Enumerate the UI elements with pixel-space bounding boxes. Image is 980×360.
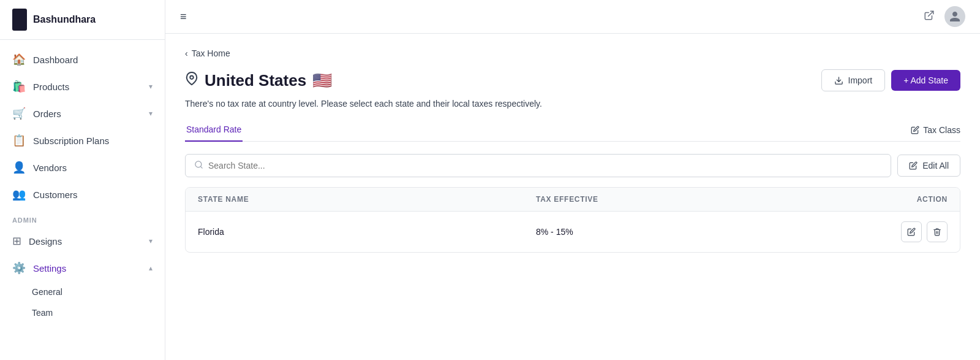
sidebar-item-label: Products — [33, 82, 69, 92]
chevron-down-icon: ▾ — [149, 237, 153, 245]
sidebar-item-label: Settings — [33, 263, 66, 274]
back-link-label: Tax Home — [192, 48, 230, 58]
import-button-label: Import — [848, 75, 873, 85]
sidebar-subitem-general[interactable]: General — [0, 281, 165, 302]
sidebar-item-label: Customers — [33, 190, 78, 200]
customers-icon: 👥 — [12, 188, 26, 201]
svg-line-4 — [200, 166, 202, 168]
notice-text: There's no tax rate at country level. Pl… — [185, 99, 960, 109]
orders-icon: 🛒 — [12, 107, 26, 120]
add-state-button[interactable]: + Add State — [891, 70, 960, 91]
edit-all-button-label: Edit All — [922, 161, 949, 170]
sidebar-item-orders[interactable]: 🛒 Orders ▾ — [0, 100, 165, 127]
country-name: United States — [205, 71, 306, 90]
add-state-button-label: + Add State — [903, 75, 948, 85]
th-state-name: STATE NAME — [186, 188, 524, 211]
external-link-icon[interactable] — [924, 10, 935, 24]
sidebar-item-label: Designs — [29, 236, 62, 247]
tax-class-label: Tax Class — [923, 125, 960, 135]
tab-label: Standard Rate — [186, 124, 241, 134]
settings-icon: ⚙️ — [12, 261, 26, 275]
sidebar-item-customers[interactable]: 👥 Customers — [0, 181, 165, 208]
sub-item-label: General — [32, 287, 62, 297]
chevron-down-icon: ▾ — [149, 82, 153, 91]
flag-icon: 🇺🇸 — [312, 71, 332, 90]
search-input[interactable] — [208, 161, 882, 170]
th-action: ACTION — [862, 188, 960, 211]
header-actions: Import + Add State — [821, 69, 960, 91]
delete-row-button[interactable] — [927, 221, 948, 242]
dashboard-icon: 🏠 — [12, 53, 26, 66]
tab-standard-rate[interactable]: Standard Rate — [185, 118, 243, 142]
svg-line-0 — [929, 11, 933, 16]
topbar-left: ≡ — [180, 10, 187, 23]
tax-class-link[interactable]: Tax Class — [911, 125, 960, 135]
chevron-down-icon: ▾ — [149, 109, 153, 118]
sidebar-item-label: Orders — [33, 109, 61, 119]
subscription-icon: 📋 — [12, 134, 26, 147]
sidebar-navigation: 🏠 Dashboard 🛍️ Products ▾ 🛒 Orders ▾ 📋 S… — [0, 40, 165, 329]
location-pin-icon — [185, 72, 198, 89]
sub-item-label: Team — [32, 308, 53, 318]
chevron-up-icon: ▴ — [149, 264, 153, 272]
sidebar-item-vendors[interactable]: 👤 Vendors — [0, 154, 165, 181]
sidebar-item-designs[interactable]: ⊞ Designs ▾ — [0, 228, 165, 255]
page-content: ‹ Tax Home United States 🇺🇸 Import + Add… — [165, 34, 980, 360]
sidebar-item-settings[interactable]: ⚙️ Settings ▴ — [0, 255, 165, 281]
brand-name: Bashundhara — [33, 14, 96, 25]
menu-hamburger-icon[interactable]: ≡ — [180, 10, 187, 23]
brand-logo-icon — [12, 9, 27, 31]
sidebar-item-label: Dashboard — [33, 55, 78, 65]
search-bar: Edit All — [185, 154, 960, 177]
sidebar-item-dashboard[interactable]: 🏠 Dashboard — [0, 46, 165, 73]
table-row: Florida 8% - 15% — [186, 212, 960, 252]
edit-all-button[interactable]: Edit All — [897, 155, 960, 177]
th-tax-effective: TAX EFFECTIVE — [524, 188, 862, 211]
td-action — [862, 212, 960, 252]
avatar[interactable] — [944, 6, 965, 27]
products-icon: 🛍️ — [12, 80, 26, 93]
search-icon — [194, 160, 203, 171]
td-state-name: Florida — [186, 217, 524, 247]
sidebar-item-products[interactable]: 🛍️ Products ▾ — [0, 73, 165, 100]
vendors-icon: 👤 — [12, 161, 26, 174]
sidebar: Bashundhara 🏠 Dashboard 🛍️ Products ▾ 🛒 … — [0, 0, 165, 360]
svg-point-1 — [190, 75, 194, 79]
page-title: United States 🇺🇸 — [185, 71, 332, 90]
page-header: United States 🇺🇸 Import + Add State — [185, 69, 960, 91]
sidebar-item-label: Vendors — [33, 163, 67, 173]
states-table: STATE NAME TAX EFFECTIVE ACTION Florida … — [185, 187, 960, 253]
designs-icon: ⊞ — [12, 234, 21, 248]
sidebar-subitem-team[interactable]: Team — [0, 302, 165, 323]
topbar-right — [924, 6, 965, 27]
admin-section-label: ADMIN — [0, 208, 165, 228]
back-link[interactable]: ‹ Tax Home — [185, 48, 960, 58]
sidebar-brand: Bashundhara — [0, 0, 165, 40]
edit-row-button[interactable] — [901, 221, 922, 242]
table-header: STATE NAME TAX EFFECTIVE ACTION — [186, 188, 960, 212]
topbar: ≡ — [165, 0, 980, 34]
back-arrow-icon: ‹ — [185, 48, 188, 58]
sidebar-item-label: Subscription Plans — [33, 136, 109, 146]
sidebar-item-subscription-plans[interactable]: 📋 Subscription Plans — [0, 127, 165, 154]
td-tax-effective: 8% - 15% — [524, 217, 862, 247]
tabs-row: Standard Rate Tax Class — [185, 118, 960, 142]
main-area: ≡ ‹ Tax Home United States 🇺🇸 — [165, 0, 980, 360]
import-button[interactable]: Import — [821, 69, 886, 91]
search-input-wrapper — [185, 154, 891, 177]
